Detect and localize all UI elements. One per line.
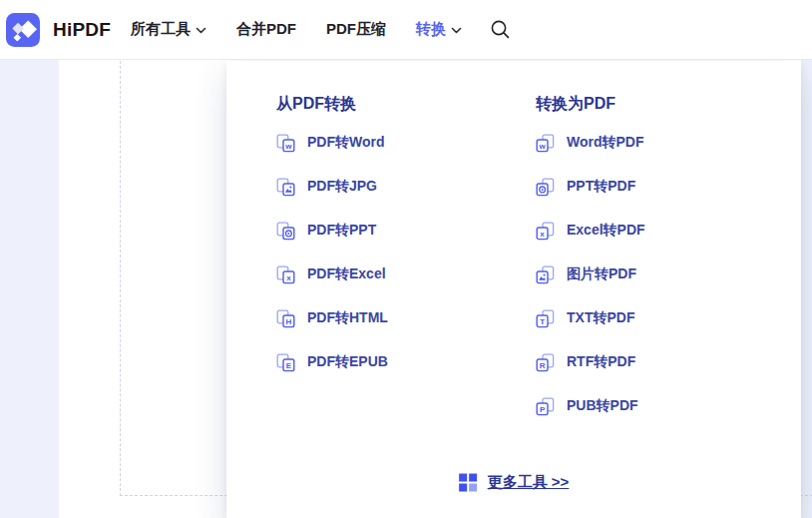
menu-item-pdf-to-jpg[interactable]: PDF转JPG xyxy=(276,165,388,209)
menu-item-pdf-to-epub[interactable]: EPDF转EPUB xyxy=(276,340,388,384)
chevron-down-icon xyxy=(451,25,462,36)
menu-item-ppt-to-pdf[interactable]: PPT转PDF xyxy=(536,165,645,209)
nav-item-label: 所有工具 xyxy=(131,20,191,39)
menu-item-label: PUB转PDF xyxy=(567,397,638,415)
nav-item-label: PDF压缩 xyxy=(326,20,386,39)
txt-to-pdf-icon: T xyxy=(536,309,555,328)
menu-item-pdf-to-excel[interactable]: xPDF转Excel xyxy=(276,253,388,296)
chevron-down-icon xyxy=(196,25,206,36)
grid-icon xyxy=(459,473,478,492)
menu-item-label: PDF转Word xyxy=(307,134,385,152)
hipdf-logo-icon xyxy=(6,13,40,47)
rtf-to-pdf-icon: R xyxy=(536,353,555,372)
svg-text:x: x xyxy=(286,272,291,281)
menu-item-label: TXT转PDF xyxy=(567,309,634,327)
excel-to-pdf-icon: x xyxy=(536,222,555,241)
word-to-pdf-icon: w xyxy=(536,134,555,153)
menu-item-rtf-to-pdf[interactable]: RRTF转PDF xyxy=(536,340,645,384)
column-from-pdf: 从PDF转换 wPDF转WordPDF转JPGPDF转PPTxPDF转Excel… xyxy=(276,93,388,384)
menu-item-label: PPT转PDF xyxy=(567,178,635,196)
svg-text:R: R xyxy=(540,360,546,369)
menu-item-label: PDF转HTML xyxy=(307,309,388,327)
menu-item-pdf-to-ppt[interactable]: PDF转PPT xyxy=(276,209,388,253)
nav-item-compress-pdf[interactable]: PDF压缩 xyxy=(326,20,386,39)
menu-item-excel-to-pdf[interactable]: xExcel转PDF xyxy=(536,209,645,253)
menu-item-label: Excel转PDF xyxy=(567,222,645,240)
menu-item-label: PDF转EPUB xyxy=(307,353,388,371)
menu-item-pdf-to-word[interactable]: wPDF转Word xyxy=(276,121,388,165)
page-left-gutter xyxy=(0,60,59,518)
more-tools-link[interactable]: 更多工具 >> xyxy=(459,473,570,492)
convert-dropdown-panel: 从PDF转换 wPDF转WordPDF转JPGPDF转PPTxPDF转Excel… xyxy=(226,61,801,518)
menu-item-label: PDF转JPG xyxy=(307,178,377,196)
more-tools-label: 更多工具 >> xyxy=(488,473,570,492)
nav-item-label: 合并PDF xyxy=(236,20,296,39)
menu-item-label: PDF转Excel xyxy=(307,265,386,283)
pdf-to-epub-icon: E xyxy=(276,353,295,372)
ppt-to-pdf-icon xyxy=(536,178,555,197)
svg-text:P: P xyxy=(540,404,546,413)
navbar: HiPDF 所有工具合并PDFPDF压缩转换 xyxy=(0,0,812,60)
svg-text:x: x xyxy=(540,229,545,238)
column-title: 从PDF转换 xyxy=(276,93,388,115)
svg-text:w: w xyxy=(284,141,292,150)
menu-item-label: Word转PDF xyxy=(567,134,644,152)
column-items: wPDF转WordPDF转JPGPDF转PPTxPDF转ExcelHPDF转HT… xyxy=(276,121,388,384)
menu-item-label: 图片转PDF xyxy=(567,265,636,283)
menu-item-label: PDF转PPT xyxy=(307,222,376,240)
menu-item-label: RTF转PDF xyxy=(567,353,635,371)
brand-title[interactable]: HiPDF xyxy=(53,19,111,41)
menu-item-pdf-to-html[interactable]: HPDF转HTML xyxy=(276,296,388,340)
pdf-to-ppt-icon xyxy=(276,222,295,241)
menu-item-pub-to-pdf[interactable]: PPUB转PDF xyxy=(536,384,645,428)
nav-menu: 所有工具合并PDFPDF压缩转换 xyxy=(131,20,462,39)
svg-text:T: T xyxy=(540,316,545,325)
svg-text:w: w xyxy=(538,141,546,150)
hipdf-logo[interactable] xyxy=(6,13,40,47)
nav-item-label: 转换 xyxy=(416,20,446,39)
svg-text:H: H xyxy=(286,316,292,325)
nav-item-all-tools[interactable]: 所有工具 xyxy=(131,20,206,39)
pdf-to-excel-icon: x xyxy=(276,265,295,284)
column-title: 转换为PDF xyxy=(536,93,645,115)
pdf-to-word-icon: w xyxy=(276,134,295,153)
column-items: wWord转PDFPPT转PDFxExcel转PDF图片转PDFTTXT转PDF… xyxy=(536,121,645,428)
image-to-pdf-icon xyxy=(536,265,555,284)
menu-item-txt-to-pdf[interactable]: TTXT转PDF xyxy=(536,296,645,340)
nav-item-merge-pdf[interactable]: 合并PDF xyxy=(236,20,296,39)
menu-item-word-to-pdf[interactable]: wWord转PDF xyxy=(536,121,645,165)
pub-to-pdf-icon: P xyxy=(536,397,555,416)
pdf-to-jpg-icon xyxy=(276,178,295,197)
search-button[interactable] xyxy=(490,19,511,40)
nav-item-convert[interactable]: 转换 xyxy=(416,20,462,39)
pdf-to-html-icon: H xyxy=(276,309,295,328)
menu-item-image-to-pdf[interactable]: 图片转PDF xyxy=(536,253,645,296)
column-to-pdf: 转换为PDF wWord转PDFPPT转PDFxExcel转PDF图片转PDFT… xyxy=(536,93,645,428)
svg-text:E: E xyxy=(286,360,292,369)
search-icon xyxy=(490,19,511,40)
